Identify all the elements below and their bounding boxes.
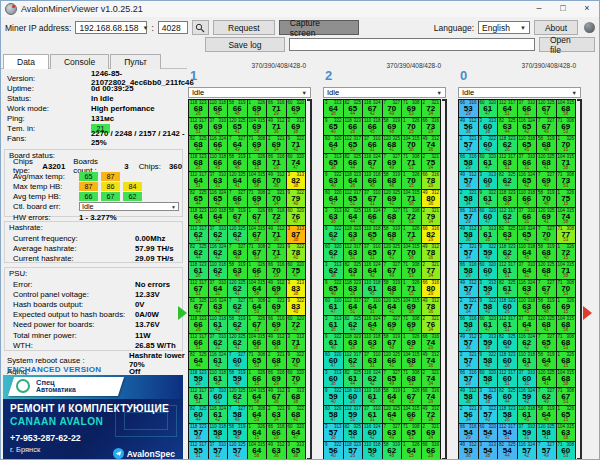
board-mode-combo[interactable]: Idle▼ xyxy=(458,87,581,98)
app-icon xyxy=(5,3,17,15)
chip-cell: 73276249 xyxy=(228,298,247,315)
tab-data[interactable]: Data xyxy=(3,54,49,69)
ip-address-combo[interactable]: 192.168.68.158▼ xyxy=(75,21,147,34)
board-number: 2 xyxy=(325,68,332,83)
info-row: Hash boards output:0V xyxy=(5,299,182,309)
ad-banner[interactable]: Спец Автоматика РЕМОНТ И КОМПЛЕКТУЮЩИЕ C… xyxy=(3,375,183,460)
info-row: Ping:131мс xyxy=(1,113,187,123)
chip-cell: 93225940 xyxy=(324,388,343,405)
chip-cell: 1203256841 xyxy=(537,316,556,333)
row-label: Version: xyxy=(7,74,91,83)
chip-cell: 13267015 xyxy=(557,136,576,153)
enhanced-version-link[interactable]: ENCHANCED VERSION xyxy=(7,365,101,374)
grid-scrollbar[interactable] xyxy=(577,99,582,460)
maximize-button[interactable]: □ xyxy=(551,1,575,17)
open-file-button[interactable]: Open file xyxy=(539,37,595,52)
chip-cell: 663167429 xyxy=(422,334,441,351)
chip-cell: 823256344 xyxy=(498,226,517,243)
telegram-link[interactable]: AvalonSpec xyxy=(113,448,175,459)
save-log-button[interactable]: Save log xyxy=(205,37,285,52)
chip-cell: 583195948 xyxy=(228,424,247,441)
chip-cell: 603205847 xyxy=(324,406,343,423)
chip-cell: 603207547 xyxy=(287,262,306,279)
chip-cell: 373106331 xyxy=(363,352,382,369)
chip-cell: 663167829 xyxy=(422,172,441,189)
chip-cell: 1043156858 xyxy=(557,316,576,333)
chip-cell: 93226540 xyxy=(324,118,343,135)
minimize-button[interactable]: – xyxy=(527,1,551,17)
chip-cell: 33138338 xyxy=(287,280,306,297)
language-combo[interactable]: English▼ xyxy=(478,21,530,34)
chip-cell: 1103185945 xyxy=(363,442,382,459)
row-label: Need power for boards: xyxy=(13,320,135,329)
chip-cell: 823256844 xyxy=(189,136,208,153)
chip-cell: 603206047 xyxy=(324,352,343,369)
chip-cell: 1123176451 xyxy=(189,172,208,189)
row-value: 0d 00:39:25 xyxy=(91,84,133,93)
chip-cell: 33136038 xyxy=(479,118,498,135)
chip-cell: 823256744 xyxy=(189,298,208,315)
chip-cell: 373105731 xyxy=(209,442,228,459)
chip-cell: 603207647 xyxy=(287,208,306,225)
chip-cell: 493127136 xyxy=(267,226,286,243)
chip-cell: 1183236826 xyxy=(189,154,208,171)
board-error-combo[interactable]: Idle▼ xyxy=(79,202,179,211)
close-button[interactable]: × xyxy=(575,1,599,17)
grid-scrollbar[interactable] xyxy=(442,99,447,460)
chevron-down-icon: ▼ xyxy=(139,25,149,31)
grid-scrollbar[interactable] xyxy=(307,99,312,460)
chip-cell: 1163246242 xyxy=(209,244,228,261)
chip-cell: 23217134 xyxy=(267,244,286,261)
chip-cell: 1123176251 xyxy=(498,208,517,225)
chip-cell: 373105931 xyxy=(518,424,537,441)
chip-cell: 1163245942 xyxy=(518,388,537,405)
request-button[interactable]: Request xyxy=(213,20,275,35)
chip-cell: 23216934 xyxy=(267,136,286,153)
row-label: Current hashrate: xyxy=(13,254,135,263)
chip-cell: 93227940 xyxy=(287,190,306,207)
chip-cell: 1123176551 xyxy=(344,190,363,207)
chip-cell: 823256344 xyxy=(344,262,363,279)
chip-cell: 603207047 xyxy=(287,370,306,387)
chip-cell: 1163246742 xyxy=(363,154,382,171)
log-path-input[interactable] xyxy=(289,38,535,51)
search-button[interactable] xyxy=(192,20,209,35)
chip-cell: 1203255741 xyxy=(228,442,247,459)
chip-cell: 663165729 xyxy=(459,208,478,225)
chip-cell: 493127436 xyxy=(422,136,441,153)
chip-cell: 1183236326 xyxy=(344,226,363,243)
chip-cell: 493127236 xyxy=(422,406,441,423)
miner-info: Version:1246-85-21072802_4ec6bb0_211fc46… xyxy=(1,73,187,143)
temp-badge: 66 xyxy=(79,192,98,201)
chip-cell: 583196448 xyxy=(537,406,556,423)
chip-cell: 493127436 xyxy=(422,352,441,369)
capture-screen-button[interactable]: Capture screen xyxy=(279,20,359,35)
chip-cell: 1043156858 xyxy=(402,352,421,369)
chip-cell: 1103186245 xyxy=(209,262,228,279)
chip-cell: 1183236026 xyxy=(498,352,517,369)
chip-cell: 583197048 xyxy=(537,190,556,207)
tab-console[interactable]: Console xyxy=(50,54,109,69)
chip-cell: 1163246442 xyxy=(363,262,382,279)
chip-cell: 373106931 xyxy=(209,118,228,135)
psu-group: PSU: Error:No errorsControl panel voltag… xyxy=(4,267,183,351)
chip-cell: 1203255841 xyxy=(537,424,556,441)
chip-cell: 603206147 xyxy=(479,100,498,117)
chip-cell: 23217734 xyxy=(422,262,441,279)
chip-cell: 493125836 xyxy=(459,226,478,243)
chip-cell: 93226140 xyxy=(479,190,498,207)
chip-cell: 373106131 xyxy=(363,406,382,423)
chip-cell: 1203256241 xyxy=(228,334,247,351)
board-mode-combo[interactable]: Idle▼ xyxy=(188,87,311,98)
chip-cell: 93226240 xyxy=(324,226,343,243)
telegram-icon xyxy=(113,448,124,459)
chip-cell: 93228340 xyxy=(287,298,306,315)
banner-city: г. Брянск xyxy=(10,445,40,454)
chip-cell: 13266615 xyxy=(248,370,267,387)
about-button[interactable]: About xyxy=(534,20,578,35)
chip-cell: 1203256941 xyxy=(383,190,402,207)
port-input[interactable]: 4028 xyxy=(158,21,188,34)
chip-cell: 373106431 xyxy=(518,316,537,333)
board-mode-combo[interactable]: Idle▼ xyxy=(323,87,446,98)
tab-пульт[interactable]: Пульт xyxy=(110,54,161,69)
